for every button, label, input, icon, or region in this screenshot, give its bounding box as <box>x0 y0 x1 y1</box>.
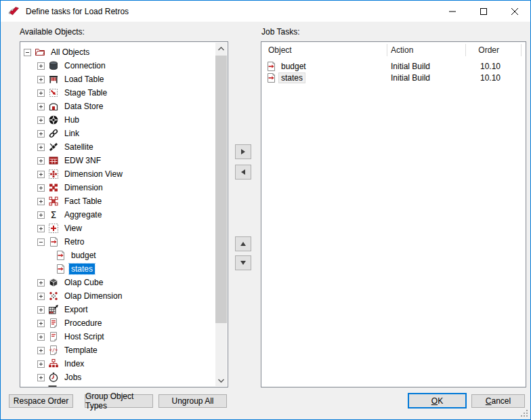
expand-plus-icon[interactable] <box>37 89 45 97</box>
expand-plus-icon[interactable] <box>37 360 45 368</box>
expand-plus-icon[interactable] <box>37 347 45 354</box>
app-logo-icon <box>7 5 20 18</box>
folder-icon <box>35 47 45 58</box>
ungroup-all-button[interactable]: Ungroup All <box>158 394 227 408</box>
tree-item-label: View <box>62 223 84 234</box>
tree-item-clipped[interactable] <box>21 384 215 387</box>
tree-item-olap-cube[interactable]: Olap Cube <box>21 276 215 289</box>
ungroup-all-label: Ungroup All <box>171 396 213 406</box>
tree-item-fact-table[interactable]: Fact Table <box>21 194 215 208</box>
tree-item-stage-table[interactable]: Stage Table <box>21 86 215 100</box>
tree-item-olap-dimension[interactable]: Olap Dimension <box>21 289 215 303</box>
retro-icon <box>266 61 276 72</box>
job-object-cell: states <box>279 73 305 83</box>
fact-table-icon <box>48 196 59 207</box>
window-controls <box>437 1 530 22</box>
job-task-row-budget[interactable]: budgetInitial Build10.10 <box>261 61 526 72</box>
tree-item-edw-3nf[interactable]: EDW 3NF <box>21 154 215 167</box>
tree-item-label: Satellite <box>62 142 95 152</box>
scroll-down-button[interactable] <box>215 375 227 386</box>
scroll-up-button[interactable] <box>215 43 227 54</box>
tree-item-label: Index <box>62 358 86 369</box>
scrollbar-thumb[interactable] <box>215 56 227 323</box>
dialog-window: Define tasks for Load Retros Available O… <box>0 0 531 420</box>
tree-item-jobs[interactable]: Jobs <box>21 371 215 384</box>
move-right-button[interactable] <box>235 144 251 159</box>
svg-text:Σ: Σ <box>51 209 57 220</box>
tree-item-all-objects[interactable]: All Objects <box>21 45 215 59</box>
tree-item-label: Fact Table <box>62 196 104 207</box>
respace-order-button[interactable]: Respace Order <box>9 394 73 408</box>
expand-plus-icon[interactable] <box>37 225 45 232</box>
tree-item-hub[interactable]: Hub <box>21 113 215 127</box>
expand-plus-icon[interactable] <box>37 333 45 341</box>
close-button[interactable] <box>499 1 530 22</box>
tree-item-link[interactable]: Link <box>21 127 215 140</box>
expand-plus-icon[interactable] <box>37 198 45 205</box>
move-down-button[interactable] <box>235 255 251 270</box>
expand-plus-icon[interactable] <box>37 117 45 124</box>
tree-item-aggregate[interactable]: ΣAggregate <box>21 208 215 222</box>
collapse-minus-icon[interactable] <box>24 49 31 56</box>
available-objects-label: Available Objects: <box>20 27 85 37</box>
tree-item-host-script[interactable]: Host Script <box>21 330 215 343</box>
tree-item-template[interactable]: </>Template <box>21 343 215 357</box>
column-header-action[interactable]: Action <box>391 45 413 55</box>
export-icon <box>48 304 59 315</box>
tree-item-export[interactable]: Export <box>21 303 215 316</box>
expand-plus-icon[interactable] <box>37 62 45 70</box>
expand-plus-icon[interactable] <box>37 130 45 138</box>
expand-plus-icon[interactable] <box>37 374 45 381</box>
tree-item-budget[interactable]: budget <box>21 249 215 262</box>
tree-item-view[interactable]: View <box>21 222 215 235</box>
tree-scrollbar[interactable] <box>215 43 227 386</box>
available-objects-tree: All ObjectsConnectionLoad TableStage Tab… <box>20 41 228 387</box>
tree-item-retro[interactable]: Retro <box>21 235 215 249</box>
minimize-icon <box>449 8 456 15</box>
column-separator <box>465 44 466 56</box>
tree-item-load-table[interactable]: Load Table <box>21 72 215 86</box>
expand-plus-icon[interactable] <box>37 171 45 178</box>
group-object-types-button[interactable]: Group Object Types <box>85 394 153 408</box>
expand-plus-icon[interactable] <box>37 144 45 151</box>
tree-item-label: EDW 3NF <box>62 155 103 166</box>
tree-item-label: Procedure <box>62 318 104 329</box>
cancel-button[interactable]: Cancel <box>471 394 525 408</box>
tree-item-procedure[interactable]: Procedure <box>21 316 215 330</box>
jobs-icon <box>48 372 59 383</box>
resize-grip[interactable] <box>520 409 528 417</box>
expand-plus-icon[interactable] <box>37 157 45 165</box>
tree-item-label: Jobs <box>62 372 83 383</box>
tree-item-connection[interactable]: Connection <box>21 59 215 72</box>
expand-plus-icon[interactable] <box>37 184 45 192</box>
tree-item-dimension[interactable]: Dimension <box>21 181 215 194</box>
expand-plus-icon[interactable] <box>37 279 45 287</box>
ok-button[interactable]: OK <box>408 393 467 408</box>
job-task-row-states[interactable]: statesInitial Build10.10 <box>261 72 526 84</box>
expand-plus-icon[interactable] <box>37 293 45 300</box>
tree-content: All ObjectsConnectionLoad TableStage Tab… <box>21 42 215 387</box>
minimize-button[interactable] <box>437 1 468 22</box>
partial-icon <box>48 385 59 387</box>
tree-item-data-store[interactable]: Data Store <box>21 100 215 113</box>
job-tasks-label: Job Tasks: <box>261 27 299 37</box>
tree-item-states[interactable]: states <box>21 262 215 276</box>
tree-item-index[interactable]: Index <box>21 357 215 371</box>
expand-plus-icon[interactable] <box>37 76 45 83</box>
column-header-object[interactable]: Object <box>268 45 292 55</box>
move-up-button[interactable] <box>235 236 251 251</box>
move-left-button[interactable] <box>235 165 251 180</box>
column-separator <box>387 44 387 56</box>
tree-item-label: budget <box>69 250 98 261</box>
aggregate-icon: Σ <box>48 209 59 220</box>
tree-item-dimension-view[interactable]: Dimension View <box>21 167 215 181</box>
maximize-button[interactable] <box>468 1 499 22</box>
cancel-label: Cancel <box>486 396 511 406</box>
tree-item-satellite[interactable]: Satellite <box>21 140 215 154</box>
expand-plus-icon[interactable] <box>37 211 45 219</box>
expand-plus-icon[interactable] <box>37 306 45 314</box>
column-header-order[interactable]: Order <box>478 45 499 55</box>
collapse-minus-icon[interactable] <box>37 238 45 246</box>
expand-plus-icon[interactable] <box>37 103 45 110</box>
expand-plus-icon[interactable] <box>37 320 45 327</box>
